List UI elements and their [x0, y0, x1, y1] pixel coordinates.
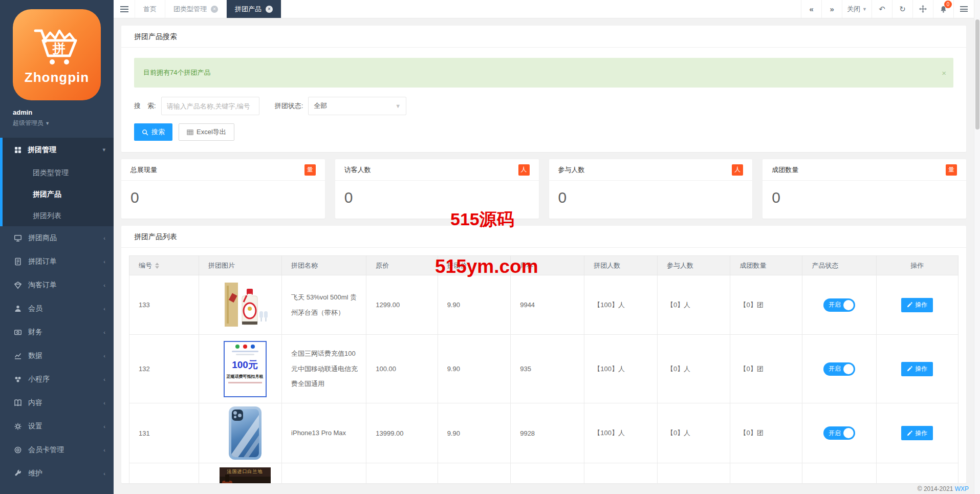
chevron-left-icon: ‹	[103, 400, 105, 406]
brand-name: Zhongpin	[25, 70, 89, 85]
product-image-brandy[interactable]: 法国进口白兰地	[220, 467, 271, 484]
stat-value: 0	[549, 181, 753, 219]
card-amount-text: 100元	[232, 358, 258, 372]
book-icon	[14, 399, 22, 407]
stat-title: 访客人数	[344, 165, 371, 175]
cell-joined: 【0】人	[657, 463, 730, 484]
sidebar-item-maintenance[interactable]: 维护 ‹	[0, 462, 114, 485]
sidebar-item-group-goods[interactable]: 拼团商品 ‹	[0, 226, 114, 250]
chevron-left-icon: ‹	[103, 376, 105, 382]
sidebar-item-member-card[interactable]: 会员卡管理 ‹	[0, 438, 114, 462]
close-tab-icon[interactable]: ×	[211, 6, 218, 13]
sidebar-menu: 拼团管理 ▾ 团类型管理 拼团产品 拼团列表 拼团商品 ‹ 拼团订单 ‹ 淘客订…	[0, 138, 114, 485]
table-row: 130 法国进口白兰地	[129, 463, 959, 484]
cell-name: 飞天 53%vol 500ml 贵州茅台酒（带杯）	[282, 275, 366, 335]
col-price: 原价	[366, 256, 438, 275]
search-input[interactable]	[161, 97, 259, 115]
watermark-text: 515源码	[450, 208, 514, 231]
badge-icon	[14, 446, 22, 454]
status-toggle-on[interactable]: 开启	[823, 426, 855, 440]
tab-group-product[interactable]: 拼团产品 ×	[227, 0, 281, 18]
cell-name: iPhone13 Pro Max	[282, 403, 366, 463]
operate-button[interactable]: 操作	[901, 362, 933, 376]
tab-group-type[interactable]: 团类型管理 ×	[165, 0, 227, 18]
fullscreen-button[interactable]	[912, 0, 933, 18]
stat-card-groups-formed: 成团数量 量 0	[763, 159, 966, 219]
cell-people: 【100】人	[584, 463, 658, 484]
notification-badge: 0	[944, 1, 952, 8]
receipt-icon	[14, 257, 22, 266]
monitor-icon	[14, 234, 22, 242]
hamburger-icon	[120, 5, 128, 14]
stat-badge: 人	[732, 164, 743, 176]
product-list-panel: 拼团产品列表 编号 拼团图片 拼团名称 原价 拼团价	[121, 226, 966, 483]
close-tabs-dropdown[interactable]: 关闭 ▼	[842, 0, 872, 18]
col-status: 产品状态	[802, 256, 876, 275]
col-image: 拼团图片	[199, 256, 282, 275]
search-button[interactable]: 搜索	[134, 123, 172, 141]
group-status-select[interactable]: 全部 ▼	[308, 97, 406, 115]
product-image-iphone[interactable]	[229, 406, 262, 460]
double-chevron-right-icon: »	[830, 5, 834, 13]
sidebar-item-finance[interactable]: 财务 ‹	[0, 320, 114, 344]
cell-joined: 【0】人	[657, 403, 730, 463]
sidebar-toggle-button[interactable]	[114, 0, 135, 18]
sidebar-item-taoke-orders[interactable]: 淘客订单 ‹	[0, 273, 114, 297]
toggle-knob	[843, 428, 854, 438]
scroll-tabs-right-button[interactable]: »	[821, 0, 842, 18]
cell-formed: 【0】团	[730, 275, 802, 335]
status-toggle-on[interactable]: 开启	[823, 362, 855, 376]
footer-brand-link[interactable]: WXP	[955, 485, 969, 492]
caret-down-icon: ▼	[45, 121, 50, 126]
username: admin	[13, 109, 101, 116]
sort-icon[interactable]	[155, 263, 159, 269]
close-tab-icon[interactable]: ×	[266, 6, 273, 13]
cell-joined: 【0】人	[657, 275, 730, 335]
scrollbar-thumb[interactable]	[975, 19, 979, 130]
cell-people: 【100】人	[584, 275, 658, 335]
gem-icon	[14, 281, 22, 289]
search-label: 搜 索:	[134, 101, 156, 111]
notifications-button[interactable]: 0	[933, 0, 953, 18]
sidebar-item-content[interactable]: 内容 ‹	[0, 391, 114, 415]
sidebar-item-group-manage[interactable]: 拼团管理 ▾	[3, 138, 114, 162]
col-id[interactable]: 编号	[129, 256, 199, 275]
chevron-left-icon: ‹	[103, 423, 105, 429]
sidebar-item-settings[interactable]: 设置 ‹	[0, 415, 114, 438]
sidebar-item-members[interactable]: 会员 ‹	[0, 297, 114, 320]
status-toggle-on[interactable]: 开启	[823, 298, 855, 312]
stat-value: 0	[121, 181, 325, 219]
operate-button[interactable]: 操作	[901, 298, 933, 312]
sidebar-item-group-orders[interactable]: 拼团订单 ‹	[0, 250, 114, 273]
stat-title: 成团数量	[772, 165, 798, 175]
user-role-dropdown[interactable]: 超级管理员 ▼	[13, 119, 101, 127]
sidebar-item-group-product[interactable]: 拼团产品	[3, 183, 114, 205]
back-button[interactable]: ↶	[872, 0, 892, 18]
chevron-left-icon: ‹	[103, 329, 105, 335]
cell-price: 1299.00	[366, 275, 438, 335]
cell-price: 100.00	[366, 463, 438, 484]
operate-button[interactable]: 操作	[901, 426, 933, 440]
sidebar-item-group-list[interactable]: 拼团列表	[3, 205, 114, 226]
more-menu-button[interactable]	[953, 0, 974, 18]
wrench-icon	[14, 469, 22, 478]
mini-program-icon	[14, 375, 22, 383]
scroll-tabs-left-button[interactable]: «	[801, 0, 821, 18]
cell-actions: 操作	[876, 403, 958, 463]
sidebar-item-group-type[interactable]: 团类型管理	[3, 162, 114, 183]
product-image-moutai[interactable]	[222, 278, 269, 330]
cell-image	[199, 403, 282, 463]
refresh-button[interactable]: ↻	[892, 0, 912, 18]
tab-home[interactable]: 首页	[135, 0, 165, 18]
search-form: 搜 索: 拼团状态: 全部 ▼	[134, 97, 953, 115]
sidebar-item-mini-program[interactable]: 小程序 ‹	[0, 368, 114, 391]
sidebar: 拼 Zhongpin admin 超级管理员 ▼ 拼团管理 ▾	[0, 0, 114, 494]
product-image-phone-card[interactable]: 100元 正规话费可抵扣月租	[224, 341, 267, 397]
copyright-text: © 2014-2021	[918, 485, 953, 492]
sidebar-item-data[interactable]: 数据 ‹	[0, 344, 114, 368]
user-block: admin 超级管理员 ▼	[0, 100, 114, 127]
move-arrows-icon	[919, 5, 927, 13]
close-alert-icon[interactable]: ×	[942, 69, 946, 77]
excel-export-button[interactable]: Excel导出	[179, 123, 234, 141]
page-scrollbar[interactable]	[974, 0, 980, 494]
